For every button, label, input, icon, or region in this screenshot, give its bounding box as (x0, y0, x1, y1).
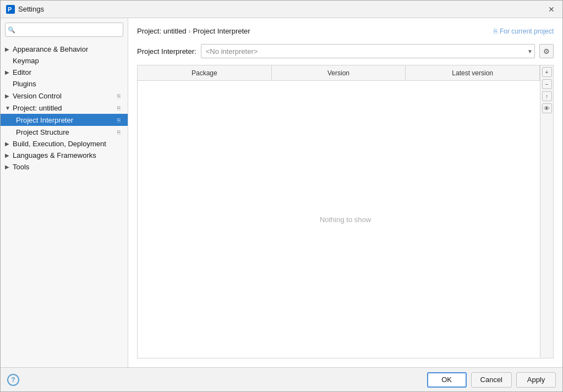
sidebar-item-editor[interactable]: ▶ Editor (1, 67, 128, 78)
breadcrumb-current: Project Interpreter (193, 27, 250, 35)
show-early-releases-button[interactable]: 👁 (542, 103, 552, 113)
copy-icon: ⎘ (114, 91, 123, 100)
sidebar-item-project-interpreter[interactable]: Project Interpreter ⎘ (1, 114, 128, 126)
sidebar-item-appearance[interactable]: ▶ Appearance & Behavior (1, 43, 128, 55)
interpreter-label: Project Interpreter: (137, 47, 196, 56)
interpreter-select-wrap: <No interpreter> ▼ (201, 44, 535, 58)
title-bar-left: P Settings (6, 5, 44, 14)
apply-label: Apply (527, 376, 545, 384)
sidebar-item-tools[interactable]: ▶ Tools (1, 161, 128, 173)
sidebar-item-label: Editor (13, 68, 123, 76)
column-latest-version: Latest version (406, 65, 540, 80)
chevron-right-icon: ▶ (5, 152, 13, 158)
sidebar-item-project-structure[interactable]: Project Structure ⎘ (1, 126, 128, 138)
chevron-right-icon: ▶ (5, 69, 13, 75)
sidebar-item-label: Languages & Frameworks (13, 151, 123, 159)
svg-text:P: P (8, 6, 12, 13)
chevron-right-icon: ▶ (5, 46, 13, 52)
breadcrumb-separator: › (189, 27, 191, 35)
title-bar: P Settings ✕ (1, 1, 562, 18)
sidebar: 🔍 ▶ Appearance & Behavior Keymap ▶ Edito… (1, 18, 128, 367)
copy-icon: ⎘ (114, 103, 123, 112)
chevron-right-icon: ▶ (5, 164, 13, 170)
footer: ? OK Cancel Apply (1, 367, 562, 391)
chevron-right-icon: ▶ (5, 141, 13, 147)
main-content: 🔍 ▶ Appearance & Behavior Keymap ▶ Edito… (1, 18, 562, 367)
for-project-icon: ⎘ (494, 27, 498, 35)
sidebar-item-languages-frameworks[interactable]: ▶ Languages & Frameworks (1, 150, 128, 161)
empty-table-message: Nothing to show (320, 216, 371, 224)
ok-label: OK (441, 376, 452, 384)
table-action-sidebar: + − ↑ 👁 (540, 65, 553, 358)
interpreter-select[interactable]: <No interpreter> (201, 44, 535, 58)
sidebar-item-label: Build, Execution, Deployment (13, 140, 123, 148)
for-current-project: ⎘ For current project (494, 27, 554, 35)
sidebar-item-label: Project Interpreter (16, 116, 114, 124)
sidebar-item-plugins[interactable]: Plugins (1, 78, 128, 90)
footer-right: OK Cancel Apply (427, 372, 556, 388)
column-package: Package (138, 65, 272, 80)
gear-icon: ⚙ (543, 47, 550, 56)
search-box: 🔍 (5, 23, 123, 37)
help-button[interactable]: ? (7, 374, 19, 386)
ok-button[interactable]: OK (427, 372, 467, 388)
sidebar-item-version-control[interactable]: ▶ Version Control ⎘ (1, 90, 128, 102)
table-header: Package Version Latest version (138, 65, 553, 81)
sidebar-item-label: Keymap (13, 57, 123, 65)
close-button[interactable]: ✕ (546, 4, 557, 15)
chevron-down-icon: ▼ (5, 105, 13, 111)
column-version: Version (272, 65, 406, 80)
table-body: Nothing to show (138, 81, 553, 358)
app-icon: P (6, 5, 15, 14)
sidebar-item-label: Plugins (13, 80, 123, 88)
interpreter-gear-button[interactable]: ⚙ (539, 44, 554, 58)
sidebar-item-label: Project Structure (16, 128, 114, 136)
breadcrumb: Project: untitled › Project Interpreter … (137, 27, 554, 35)
copy-icon: ⎘ (114, 115, 123, 124)
remove-package-button[interactable]: − (542, 79, 552, 89)
sidebar-item-keymap[interactable]: Keymap (1, 55, 128, 67)
nav-tree: ▶ Appearance & Behavior Keymap ▶ Editor … (1, 41, 128, 367)
sidebar-item-label: Project: untitled (13, 104, 114, 112)
sidebar-item-build-execution[interactable]: ▶ Build, Execution, Deployment (1, 138, 128, 150)
settings-dialog: P Settings ✕ 🔍 ▶ Appearance & Behavior (0, 0, 563, 392)
cancel-button[interactable]: Cancel (471, 372, 512, 388)
sidebar-item-label: Appearance & Behavior (13, 45, 123, 53)
sidebar-item-project-untitled[interactable]: ▼ Project: untitled ⎘ (1, 102, 128, 114)
upgrade-package-button[interactable]: ↑ (542, 91, 552, 101)
sidebar-item-label: Tools (13, 163, 123, 171)
add-package-button[interactable]: + (542, 67, 552, 77)
footer-left: ? (7, 374, 19, 386)
help-icon: ? (11, 376, 15, 384)
package-table: Package Version Latest version Nothing t… (137, 65, 554, 358)
interpreter-row: Project Interpreter: <No interpreter> ▼ … (137, 44, 554, 58)
sidebar-item-label: Version Control (13, 92, 114, 100)
cancel-label: Cancel (480, 376, 502, 384)
breadcrumb-parent: Project: untitled (137, 27, 187, 35)
chevron-right-icon: ▶ (5, 93, 13, 99)
right-panel: Project: untitled › Project Interpreter … (128, 18, 562, 367)
apply-button[interactable]: Apply (516, 372, 556, 388)
copy-icon: ⎘ (114, 128, 123, 136)
search-icon: 🔍 (8, 26, 15, 34)
window-title: Settings (18, 5, 44, 13)
search-input[interactable] (5, 23, 123, 37)
for-project-label: For current project (500, 27, 554, 35)
